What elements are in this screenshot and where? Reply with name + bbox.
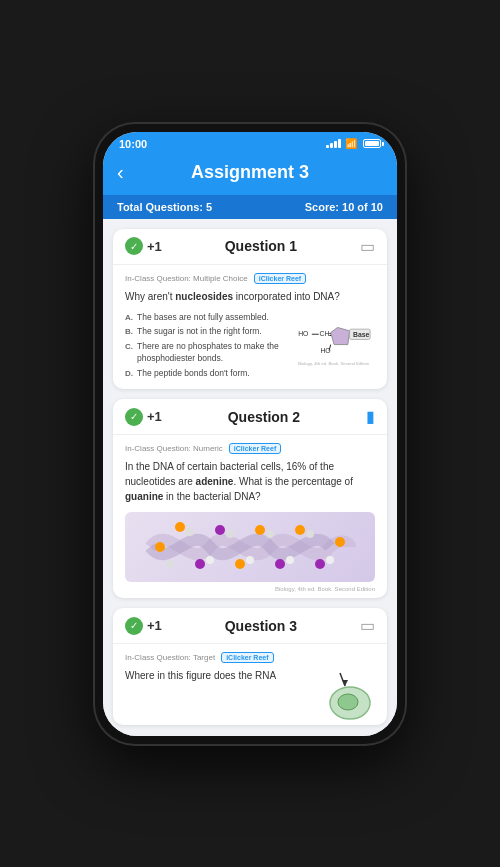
svg-point-13 [235,559,245,569]
bookmark-icon-3[interactable]: ▭ [360,616,375,635]
question-body-3: In-Class Question: Target iClicker Reef … [113,644,387,725]
question-content-row-1: A. The bases are not fully assembled. B.… [125,312,375,383]
svg-point-26 [306,530,314,538]
tag-label-3: In-Class Question: Target [125,653,215,662]
phone-screen: 10:00 📶 ‹ Assignment 3 Total Questio [103,132,397,736]
svg-point-12 [215,525,225,535]
check-icon-1: ✓ [125,237,143,255]
svg-point-17 [315,559,325,569]
question-text-1: Why aren't nucleosides incorporated into… [125,289,375,304]
iclicker-badge-1: iClicker Reef [254,273,306,284]
svg-marker-29 [342,680,348,686]
questions-list: ✓ +1 Question 1 ▭ In-Class Question: Mul… [103,219,397,736]
svg-point-9 [155,542,165,552]
tag-label-1: In-Class Question: Multiple Choice [125,274,248,283]
svg-text:CH₂: CH₂ [320,330,333,337]
svg-point-24 [266,530,274,538]
bookmark-icon-1[interactable]: ▭ [360,237,375,256]
molecule-diagram-1: HO CH₂ Base HO [295,312,375,383]
back-button[interactable]: ‹ [117,161,124,184]
question-card-1: ✓ +1 Question 1 ▭ In-Class Question: Mul… [113,229,387,390]
svg-point-15 [275,559,285,569]
question-card-2: ✓ +1 Question 2 ▮ In-Class Question: Num… [113,399,387,598]
question-score-3: ✓ +1 [125,617,162,635]
svg-point-22 [226,530,234,538]
question-title-2: Question 2 [228,409,300,425]
question-body-2: In-Class Question: Numeric iClicker Reef… [113,435,387,598]
image-credit-2: Biology, 4th ed. Book. Second Edition [125,586,375,592]
svg-point-18 [335,537,345,547]
status-time: 10:00 [119,138,147,150]
svg-point-23 [246,556,254,564]
iclicker-badge-2: iClicker Reef [229,443,281,454]
question-card-3: ✓ +1 Question 3 ▭ In-Class Question: Tar… [113,608,387,725]
figure-text-3: Where in this figure does the RNA [125,668,307,683]
question-body-1: In-Class Question: Multiple Choice iClic… [113,265,387,390]
dna-image-2 [125,512,375,582]
svg-marker-3 [331,327,350,344]
svg-point-10 [175,522,185,532]
score-label: Score: 10 of 10 [305,201,383,213]
score-value-3: +1 [147,618,162,633]
svg-point-19 [166,560,174,568]
total-questions-label: Total Questions: 5 [117,201,212,213]
info-bar: Total Questions: 5 Score: 10 of 10 [103,195,397,219]
svg-text:Base: Base [353,330,370,337]
question-score-1: ✓ +1 [125,237,162,255]
svg-point-27 [326,556,334,564]
question-tag-row-3: In-Class Question: Target iClicker Reef [125,652,375,663]
battery-icon [363,139,381,148]
signal-icon [326,139,341,148]
iclicker-badge-3: iClicker Reef [221,652,273,663]
option-a-1: A. The bases are not fully assembled. [125,312,287,324]
check-icon-2: ✓ [125,408,143,426]
wifi-icon: 📶 [345,138,357,149]
answer-options-1: A. The bases are not fully assembled. B.… [125,312,287,383]
tag-label-2: In-Class Question: Numeric [125,444,223,453]
svg-text:HO: HO [298,330,308,337]
svg-point-25 [286,556,294,564]
app-header: ‹ Assignment 3 [103,154,397,195]
svg-point-31 [338,694,358,710]
dna-svg [125,512,375,582]
figure-svg-3 [315,668,375,723]
svg-point-14 [255,525,265,535]
question-header-1: ✓ +1 Question 1 ▭ [113,229,387,265]
phone-device: 10:00 📶 ‹ Assignment 3 Total Questio [95,124,405,744]
score-value-1: +1 [147,239,162,254]
check-icon-3: ✓ [125,617,143,635]
question-title-3: Question 3 [225,618,297,634]
svg-point-21 [206,556,214,564]
question-tag-row-2: In-Class Question: Numeric iClicker Reef [125,443,375,454]
option-d-1: D. The peptide bonds don't form. [125,368,287,380]
score-value-2: +1 [147,409,162,424]
bookmark-icon-2[interactable]: ▮ [366,407,375,426]
option-b-1: B. The sugar is not in the right form. [125,326,287,338]
option-c-1: C. There are no phosphates to make the p… [125,341,287,365]
status-icons: 📶 [326,138,381,149]
question-header-2: ✓ +1 Question 2 ▮ [113,399,387,435]
svg-text:Biology, 4th ed. Book. Second : Biology, 4th ed. Book. Second Edition [298,361,370,366]
svg-point-11 [195,559,205,569]
question-score-2: ✓ +1 [125,408,162,426]
svg-point-16 [295,525,305,535]
status-bar: 10:00 📶 [103,132,397,154]
header-title: Assignment 3 [191,162,309,183]
molecule-svg-1: HO CH₂ Base HO [295,312,375,372]
question-title-1: Question 1 [225,238,297,254]
figure-image-3 [315,668,375,718]
svg-point-20 [186,528,194,536]
question-tag-row-1: In-Class Question: Multiple Choice iClic… [125,273,375,284]
question-header-3: ✓ +1 Question 3 ▭ [113,608,387,644]
figure-row-3: Where in this figure does the RNA [125,668,375,718]
question-text-2: In the DNA of certain bacterial cells, 1… [125,459,375,504]
